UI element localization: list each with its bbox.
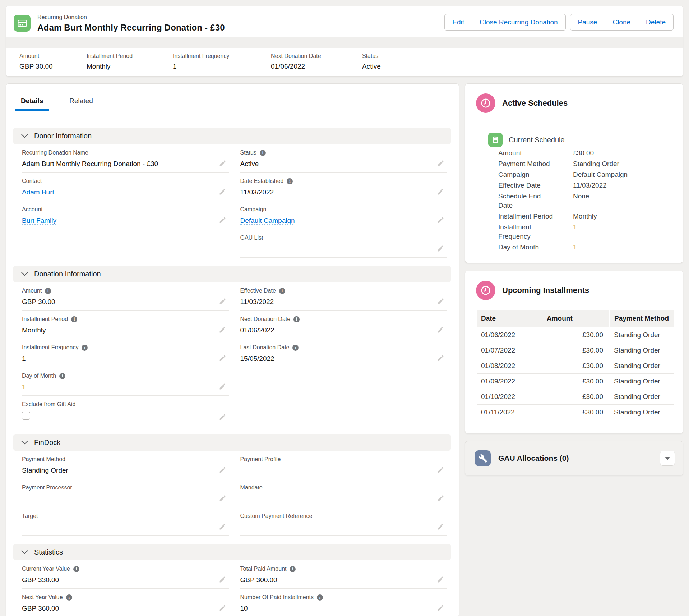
field-value <box>240 244 431 254</box>
edit-pencil-icon[interactable] <box>219 188 226 196</box>
gau-dropdown-button[interactable] <box>660 451 675 466</box>
installment-row: 01/07/2022£30.00Standing Order <box>477 343 674 358</box>
field-label-text: Contact <box>22 178 42 185</box>
edit-pencil-icon[interactable] <box>437 298 444 305</box>
edit-pencil-icon[interactable] <box>437 188 444 196</box>
field-recurring-donation-name: Recurring Donation NameAdam Burt Monthly… <box>22 144 229 173</box>
field-label: Statusi <box>240 149 431 156</box>
edit-pencil-icon[interactable] <box>437 604 444 612</box>
edit-pencil-icon[interactable] <box>437 466 444 474</box>
edit-pencil-icon[interactable] <box>437 523 444 530</box>
field-label-text: Account <box>22 206 43 213</box>
edit-pencil-icon[interactable] <box>437 216 444 224</box>
field-label-text: Payment Method <box>22 456 65 463</box>
link-default-campaign[interactable]: Default Campaign <box>240 217 295 225</box>
field-label: Mandate <box>240 484 431 491</box>
button-group: PauseCloneDelete <box>570 14 674 31</box>
edit-pencil-icon[interactable] <box>219 466 226 474</box>
highlight-field-next-donation-date: Next Donation Date01/06/2022 <box>271 52 362 70</box>
info-icon[interactable]: i <box>260 150 266 156</box>
edit-pencil-icon[interactable] <box>437 576 444 583</box>
info-icon[interactable]: i <box>287 178 293 184</box>
edit-pencil-icon[interactable] <box>219 160 226 167</box>
edit-pencil-icon[interactable] <box>219 413 226 421</box>
field-label: Payment Processor <box>22 484 213 491</box>
edit-pencil-icon[interactable] <box>219 326 226 334</box>
field-label-text: Status <box>240 149 256 156</box>
info-icon[interactable]: i <box>71 316 77 322</box>
section-header-statistics[interactable]: Statistics <box>13 544 451 560</box>
field-value: 11/03/2022 <box>240 188 431 197</box>
tab-details[interactable]: Details <box>15 97 49 111</box>
field-day-of-month: Day of Monthi1 <box>22 367 229 396</box>
field-payment-profile: Payment Profile <box>240 451 448 479</box>
field-label: Contact <box>22 178 213 185</box>
edit-pencil-icon[interactable] <box>437 326 444 334</box>
field-target: Target <box>22 507 229 536</box>
info-icon[interactable]: i <box>279 288 285 294</box>
delete-button[interactable]: Delete <box>638 14 674 31</box>
current-schedule-title: Current Schedule <box>509 136 565 144</box>
field-value: 01/06/2022 <box>240 326 431 335</box>
info-icon[interactable]: i <box>317 594 323 601</box>
field-label-text: Amount <box>22 287 42 294</box>
section-header-donation-information[interactable]: Donation Information <box>13 266 451 282</box>
edit-pencil-icon[interactable] <box>219 576 226 583</box>
schedule-value: 11/03/2022 <box>573 181 674 190</box>
info-icon[interactable]: i <box>82 345 88 351</box>
schedule-value: Default Campaign <box>573 170 674 179</box>
close-recurring-donation-button[interactable]: Close Recurring Donation <box>472 14 566 31</box>
schedule-value: 1 <box>573 222 674 241</box>
field-next-donation-date: Next Donation Datei01/06/2022 <box>240 311 448 339</box>
highlight-field-status: StatusActive <box>362 52 676 70</box>
section-title: Donor Information <box>34 132 92 140</box>
section-header-donor-information[interactable]: Donor Information <box>13 128 451 144</box>
info-icon[interactable]: i <box>293 316 300 322</box>
edit-pencil-icon[interactable] <box>219 216 226 224</box>
field-value: 11/03/2022 <box>240 297 431 307</box>
link-adam-burt[interactable]: Adam Burt <box>22 188 54 196</box>
edit-pencil-icon[interactable] <box>219 604 226 612</box>
schedule-value: Monthly <box>573 212 674 221</box>
info-icon[interactable]: i <box>73 566 79 572</box>
schedule-value: 1 <box>573 243 674 252</box>
edit-pencil-icon[interactable] <box>219 383 226 390</box>
info-icon[interactable]: i <box>66 594 72 601</box>
edit-pencil-icon[interactable] <box>437 245 444 252</box>
field-total-paid-amount: Total Paid AmountiGBP 300.00 <box>240 560 448 589</box>
edit-pencil-icon[interactable] <box>219 495 226 502</box>
edit-pencil-icon[interactable] <box>437 160 444 167</box>
current-schedule-fields: Amount£30.00Payment MethodStanding Order… <box>498 148 674 252</box>
link-burt-family[interactable]: Burt Family <box>22 217 56 225</box>
edit-button[interactable]: Edit <box>444 14 472 31</box>
info-icon[interactable]: i <box>45 288 51 294</box>
tab-related[interactable]: Related <box>63 97 99 111</box>
empty-cell <box>240 367 448 396</box>
checkbox-exclude-from-gift-aid[interactable] <box>22 412 30 420</box>
field-label: Day of Monthi <box>22 372 213 380</box>
column-header-date: Date <box>477 310 542 327</box>
card-title: Upcoming Installments <box>502 286 589 295</box>
highlight-field-installment-period: Installment PeriodMonthly <box>87 52 173 70</box>
field-account: AccountBurt Family <box>22 201 229 229</box>
highlight-value: GBP 30.00 <box>19 63 87 70</box>
field-value: Adam Burt <box>22 188 213 197</box>
edit-pencil-icon[interactable] <box>437 354 444 362</box>
edit-pencil-icon[interactable] <box>437 495 444 502</box>
field-grid: Recurring Donation NameAdam Burt Monthly… <box>22 144 447 258</box>
clone-button[interactable]: Clone <box>605 14 638 31</box>
edit-pencil-icon[interactable] <box>219 523 226 530</box>
section-title: Statistics <box>34 548 63 556</box>
edit-pencil-icon[interactable] <box>219 354 226 362</box>
field-label-text: Exclude from Gift Aid <box>22 401 75 408</box>
section-header-findock[interactable]: FinDock <box>13 434 451 451</box>
pause-button[interactable]: Pause <box>570 14 605 31</box>
field-value: 15/05/2022 <box>240 354 431 363</box>
field-label-text: Payment Processor <box>22 484 72 491</box>
info-icon[interactable]: i <box>59 373 65 379</box>
info-icon[interactable]: i <box>290 566 296 572</box>
field-value: 1 <box>22 382 213 392</box>
edit-pencil-icon[interactable] <box>219 298 226 305</box>
info-icon[interactable]: i <box>292 345 299 351</box>
field-label-text: Date Established <box>240 178 284 185</box>
